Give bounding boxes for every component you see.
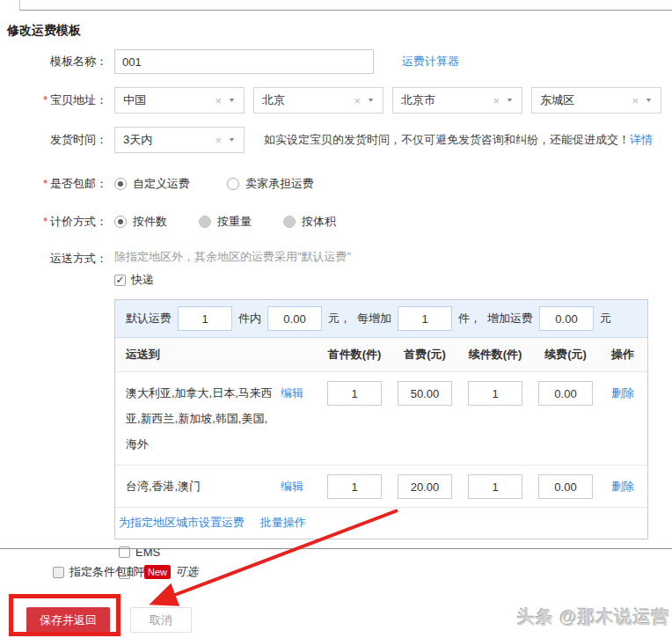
chevron-down-icon: ▼ — [228, 136, 236, 143]
item-address-label: *宝贝地址： — [0, 88, 114, 113]
checkbox-unchecked-icon[interactable] — [53, 567, 64, 578]
select-country-value: 中国 — [123, 92, 146, 108]
clear-icon[interactable]: × — [215, 94, 222, 107]
clear-icon[interactable]: × — [215, 134, 222, 147]
fee-table-header: 运送到 首件数(件) 首费(元) 续件数(件) 续费(元) 操作 — [115, 337, 647, 372]
shipping-method-note: 除指定地区外，其余地区的运费采用"默认运费" — [114, 250, 648, 264]
pricing-method-label: *计价方式： — [0, 215, 114, 229]
radio-option-seller-pays[interactable]: 卖家承担运费 — [227, 176, 314, 192]
fee-table-links: 为指定地区城市设置运费 批量操作 — [115, 508, 647, 539]
delete-link[interactable]: 删除 — [601, 473, 645, 499]
select-delivery-time[interactable]: 3天内 × ▼ — [114, 127, 245, 153]
chevron-down-icon: ▼ — [228, 97, 236, 104]
radio-selected-icon[interactable] — [114, 178, 127, 190]
chevron-down-icon: ▼ — [506, 97, 514, 104]
footer-actions: 保存并返回 取消 — [26, 607, 192, 633]
cutoff-panel-border — [19, 0, 672, 11]
template-name-row: 模板名称： 运费计算器 — [0, 49, 672, 74]
checkbox-checked-icon[interactable]: ✓ — [114, 275, 126, 286]
delete-link[interactable]: 删除 — [601, 380, 645, 406]
save-and-return-button[interactable]: 保存并返回 — [26, 607, 110, 633]
radio-disabled-icon — [199, 216, 211, 228]
free-shipping-label: *是否包邮： — [0, 177, 114, 191]
express-checkbox-row: ✓ 快递 — [114, 272, 648, 288]
batch-operation-link[interactable]: 批量操作 — [260, 516, 306, 529]
select-city-value: 北京市 — [401, 92, 435, 108]
shipping-method-row: 运送方式： 除指定地区外，其余地区的运费采用"默认运费" ✓ 快递 默认运费 件… — [0, 244, 672, 581]
select-district-value: 东城区 — [540, 92, 574, 108]
shipping-method-content: 除指定地区外，其余地区的运费采用"默认运费" ✓ 快递 默认运费 件内 元， 每… — [114, 244, 648, 581]
clear-icon[interactable]: × — [632, 94, 639, 107]
watermark-text: 头条 @那木说运营 — [517, 605, 670, 629]
edit-shipping-template-page: 修改运费模板 模板名称： 运费计算器 *宝贝地址： 中国 × ▼ 北京 × ▼ — [0, 0, 672, 638]
edit-link[interactable]: 编辑 — [281, 380, 319, 406]
select-province-value: 北京 — [262, 92, 285, 108]
radio-option-by-piece[interactable]: 按件数 — [114, 214, 167, 230]
destination-text: 澳大利亚,加拿大,日本,马来西亚,新西兰,新加坡,韩国,美国,海外 — [126, 380, 277, 457]
chevron-down-icon: ▼ — [367, 97, 375, 104]
express-label: 快递 — [131, 272, 154, 288]
item-address-row: *宝贝地址： 中国 × ▼ 北京 × ▼ 北京市 × ▼ 东城区 × ▼ — [0, 87, 672, 114]
select-city[interactable]: 北京市 × ▼ — [392, 87, 522, 114]
first-fee-input[interactable] — [398, 474, 452, 499]
delivery-time-label: 发货时间： — [0, 128, 114, 152]
edit-link[interactable]: 编辑 — [281, 473, 319, 499]
express-fee-table: 默认运费 件内 元， 每增加 件， 增加运费 元 运送到 — [114, 299, 648, 539]
default-base-fee-input[interactable] — [267, 306, 322, 331]
select-province[interactable]: 北京 × ▼ — [253, 87, 383, 114]
optional-text: 可选 — [175, 564, 198, 580]
shipping-template-form: 模板名称： 运费计算器 *宝贝地址： 中国 × ▼ 北京 × ▼ 北京市 × ▼ — [0, 37, 672, 581]
select-country[interactable]: 中国 × ▼ — [114, 87, 245, 114]
clear-icon[interactable]: × — [354, 94, 361, 107]
radio-option-by-weight: 按重量 — [199, 214, 252, 230]
cancel-button[interactable]: 取消 — [130, 607, 192, 633]
radio-unselected-icon[interactable] — [227, 178, 239, 190]
next-fee-input[interactable] — [538, 381, 593, 406]
radio-disabled-icon — [283, 216, 296, 228]
delivery-time-row: 发货时间： 3天内 × ▼ 如实设定宝贝的发货时间，不仅可避免发货咨询和纠纷，还… — [0, 127, 672, 153]
next-fee-input[interactable] — [538, 474, 593, 499]
fee-calculator-link[interactable]: 运费计算器 — [402, 54, 459, 70]
radio-selected-icon[interactable] — [114, 216, 127, 228]
next-qty-input[interactable] — [468, 474, 522, 499]
delivery-time-hint: 如实设定宝贝的发货时间，不仅可避免发货咨询和纠纷，还能促进成交！详情 — [264, 127, 653, 153]
section-divider — [0, 548, 672, 549]
required-asterisk: * — [43, 93, 47, 106]
radio-option-by-volume: 按体积 — [283, 214, 336, 230]
chevron-down-icon: ▼ — [645, 97, 653, 104]
conditional-free-shipping-label: 指定条件包邮 — [69, 564, 138, 580]
free-shipping-row: *是否包邮： 自定义运费 卖家承担运费 — [0, 176, 672, 192]
template-name-label: 模板名称： — [0, 49, 114, 74]
required-asterisk: * — [43, 177, 47, 190]
select-district[interactable]: 东城区 × ▼ — [531, 87, 661, 114]
set-city-fee-link[interactable]: 为指定地区城市设置运费 — [119, 516, 245, 529]
template-name-input[interactable] — [114, 49, 374, 74]
default-add-pieces-input[interactable] — [398, 306, 452, 331]
next-qty-input[interactable] — [468, 381, 522, 406]
conditional-free-shipping-row: 指定条件包邮 New 可选 — [53, 564, 198, 580]
shipping-method-label: 运送方式： — [0, 244, 114, 266]
new-badge: New — [144, 565, 171, 579]
fee-table-row: 台湾,香港,澳门 编辑 删除 — [115, 466, 647, 508]
first-qty-input[interactable] — [327, 381, 382, 406]
first-fee-input[interactable] — [398, 381, 452, 406]
required-asterisk: * — [43, 215, 47, 228]
default-pieces-input[interactable] — [178, 306, 232, 331]
select-delivery-time-value: 3天内 — [123, 132, 152, 148]
destination-text: 台湾,香港,澳门 — [126, 473, 277, 499]
first-qty-input[interactable] — [327, 474, 382, 499]
default-fee-prefix: 默认运费 — [126, 311, 172, 326]
default-fee-row: 默认运费 件内 元， 每增加 件， 增加运费 元 — [115, 300, 647, 337]
details-link[interactable]: 详情 — [630, 133, 653, 146]
pricing-method-row: *计价方式： 按件数 按重量 按体积 — [0, 214, 672, 230]
radio-option-custom-fee[interactable]: 自定义运费 — [114, 176, 190, 192]
clear-icon[interactable]: × — [493, 94, 500, 107]
default-add-fee-input[interactable] — [539, 306, 594, 331]
fee-table-row: 澳大利亚,加拿大,日本,马来西亚,新西兰,新加坡,韩国,美国,海外 编辑 删除 — [115, 372, 647, 466]
